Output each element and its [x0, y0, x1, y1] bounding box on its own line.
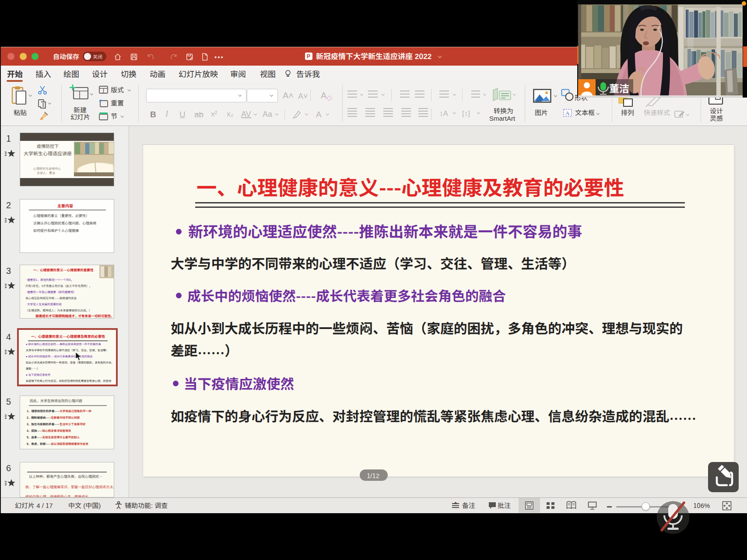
svg-text:A: A: [565, 110, 570, 116]
svg-text:董洁: 董洁: [609, 80, 629, 95]
